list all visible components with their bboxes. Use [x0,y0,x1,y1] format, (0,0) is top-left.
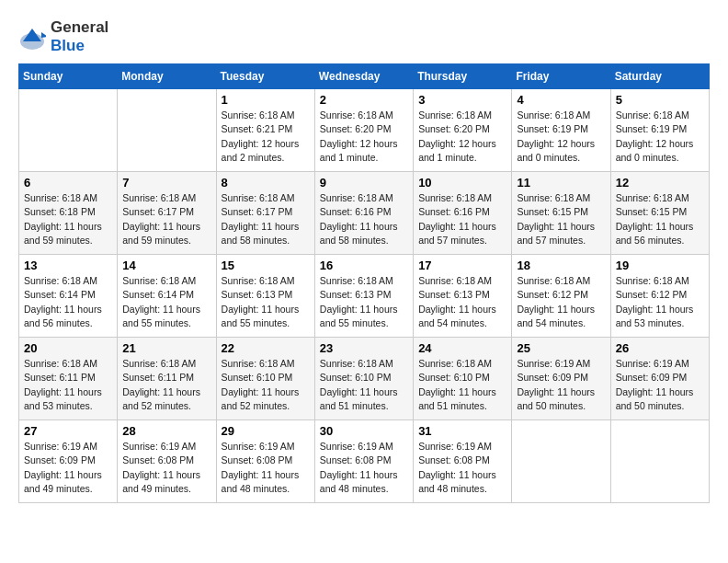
day-number: 5 [616,93,704,107]
day-cell: 31Sunrise: 6:19 AM Sunset: 6:08 PM Dayli… [414,420,512,503]
day-cell: 25Sunrise: 6:19 AM Sunset: 6:09 PM Dayli… [512,338,610,420]
day-info: Sunrise: 6:19 AM Sunset: 6:08 PM Dayligh… [320,440,408,496]
day-cell: 30Sunrise: 6:19 AM Sunset: 6:08 PM Dayli… [314,420,413,503]
logo-line1: General [51,18,108,37]
day-number: 22 [222,341,310,355]
day-header-thursday: Thursday [414,64,512,89]
day-cell: 7Sunrise: 6:18 AM Sunset: 6:17 PM Daylig… [118,172,216,255]
day-number: 27 [24,424,112,438]
day-info: Sunrise: 6:19 AM Sunset: 6:08 PM Dayligh… [122,440,210,496]
day-number: 24 [418,341,506,355]
day-info: Sunrise: 6:18 AM Sunset: 6:16 PM Dayligh… [418,191,506,247]
day-cell: 19Sunrise: 6:18 AM Sunset: 6:12 PM Dayli… [610,255,709,338]
day-info: Sunrise: 6:18 AM Sunset: 6:15 PM Dayligh… [517,191,605,247]
day-number: 14 [122,259,210,272]
day-info: Sunrise: 6:19 AM Sunset: 6:09 PM Dayligh… [24,440,112,496]
day-number: 30 [320,424,408,438]
day-cell [610,420,709,503]
day-header-saturday: Saturday [610,64,709,89]
day-number: 26 [616,341,704,355]
week-row-1: 1Sunrise: 6:18 AM Sunset: 6:21 PM Daylig… [19,89,710,172]
day-cell: 2Sunrise: 6:18 AM Sunset: 6:20 PM Daylig… [314,89,413,172]
day-cell: 28Sunrise: 6:19 AM Sunset: 6:08 PM Dayli… [118,420,216,503]
day-number: 1 [222,93,310,107]
week-row-2: 6Sunrise: 6:18 AM Sunset: 6:18 PM Daylig… [19,172,710,255]
day-cell: 5Sunrise: 6:18 AM Sunset: 6:19 PM Daylig… [610,89,709,172]
week-row-5: 27Sunrise: 6:19 AM Sunset: 6:09 PM Dayli… [19,420,710,503]
day-info: Sunrise: 6:18 AM Sunset: 6:20 PM Dayligh… [320,109,408,165]
day-cell [19,89,118,172]
day-number: 28 [122,424,210,438]
day-info: Sunrise: 6:18 AM Sunset: 6:14 PM Dayligh… [122,274,210,330]
day-cell: 22Sunrise: 6:18 AM Sunset: 6:10 PM Dayli… [216,338,314,420]
day-number: 8 [222,176,310,190]
day-number: 10 [418,176,506,190]
day-cell [118,89,216,172]
day-number: 18 [517,259,605,272]
day-number: 15 [222,259,310,272]
week-row-3: 13Sunrise: 6:18 AM Sunset: 6:14 PM Dayli… [19,255,710,338]
day-number: 13 [24,259,112,272]
day-cell: 20Sunrise: 6:18 AM Sunset: 6:11 PM Dayli… [19,338,118,420]
logo-bird-icon [18,23,46,51]
day-info: Sunrise: 6:18 AM Sunset: 6:11 PM Dayligh… [122,357,210,413]
day-cell: 18Sunrise: 6:18 AM Sunset: 6:12 PM Dayli… [512,255,610,338]
day-number: 7 [122,176,210,190]
day-number: 6 [24,176,112,190]
page-header: General Blue [18,18,710,54]
day-number: 2 [320,93,408,107]
day-info: Sunrise: 6:18 AM Sunset: 6:19 PM Dayligh… [616,109,704,165]
day-info: Sunrise: 6:19 AM Sunset: 6:08 PM Dayligh… [418,440,506,496]
day-cell: 1Sunrise: 6:18 AM Sunset: 6:21 PM Daylig… [216,89,314,172]
day-cell: 17Sunrise: 6:18 AM Sunset: 6:13 PM Dayli… [414,255,512,338]
day-cell: 26Sunrise: 6:19 AM Sunset: 6:09 PM Dayli… [610,338,709,420]
day-cell: 16Sunrise: 6:18 AM Sunset: 6:13 PM Dayli… [314,255,413,338]
day-number: 31 [418,424,506,438]
day-number: 12 [616,176,704,190]
day-cell: 15Sunrise: 6:18 AM Sunset: 6:13 PM Dayli… [216,255,314,338]
day-info: Sunrise: 6:18 AM Sunset: 6:10 PM Dayligh… [222,357,310,413]
day-info: Sunrise: 6:18 AM Sunset: 6:16 PM Dayligh… [320,191,408,247]
day-number: 25 [517,341,605,355]
day-header-tuesday: Tuesday [216,64,314,89]
day-number: 17 [418,259,506,272]
week-row-4: 20Sunrise: 6:18 AM Sunset: 6:11 PM Dayli… [19,338,710,420]
day-cell: 6Sunrise: 6:18 AM Sunset: 6:18 PM Daylig… [19,172,118,255]
day-info: Sunrise: 6:18 AM Sunset: 6:14 PM Dayligh… [24,274,112,330]
day-info: Sunrise: 6:18 AM Sunset: 6:19 PM Dayligh… [517,109,605,165]
day-number: 11 [517,176,605,190]
day-cell: 23Sunrise: 6:18 AM Sunset: 6:10 PM Dayli… [314,338,413,420]
day-cell: 3Sunrise: 6:18 AM Sunset: 6:20 PM Daylig… [414,89,512,172]
calendar-table: SundayMondayTuesdayWednesdayThursdayFrid… [18,63,710,503]
day-info: Sunrise: 6:18 AM Sunset: 6:13 PM Dayligh… [320,274,408,330]
day-info: Sunrise: 6:19 AM Sunset: 6:09 PM Dayligh… [517,357,605,413]
day-number: 23 [320,341,408,355]
day-info: Sunrise: 6:18 AM Sunset: 6:11 PM Dayligh… [24,357,112,413]
day-number: 3 [418,93,506,107]
day-cell: 29Sunrise: 6:19 AM Sunset: 6:08 PM Dayli… [216,420,314,503]
day-info: Sunrise: 6:18 AM Sunset: 6:21 PM Dayligh… [222,109,310,165]
day-info: Sunrise: 6:18 AM Sunset: 6:18 PM Dayligh… [24,191,112,247]
day-info: Sunrise: 6:18 AM Sunset: 6:10 PM Dayligh… [418,357,506,413]
day-info: Sunrise: 6:18 AM Sunset: 6:13 PM Dayligh… [222,274,310,330]
day-number: 21 [122,341,210,355]
day-cell: 10Sunrise: 6:18 AM Sunset: 6:16 PM Dayli… [414,172,512,255]
day-info: Sunrise: 6:18 AM Sunset: 6:12 PM Dayligh… [517,274,605,330]
day-cell: 21Sunrise: 6:18 AM Sunset: 6:11 PM Dayli… [118,338,216,420]
svg-marker-2 [41,32,46,38]
day-info: Sunrise: 6:18 AM Sunset: 6:17 PM Dayligh… [222,191,310,247]
day-cell: 13Sunrise: 6:18 AM Sunset: 6:14 PM Dayli… [19,255,118,338]
logo-container: General Blue [18,18,108,54]
day-cell: 8Sunrise: 6:18 AM Sunset: 6:17 PM Daylig… [216,172,314,255]
day-info: Sunrise: 6:18 AM Sunset: 6:20 PM Dayligh… [418,109,506,165]
day-info: Sunrise: 6:18 AM Sunset: 6:10 PM Dayligh… [320,357,408,413]
day-number: 19 [616,259,704,272]
day-number: 16 [320,259,408,272]
day-cell: 4Sunrise: 6:18 AM Sunset: 6:19 PM Daylig… [512,89,610,172]
day-cell: 12Sunrise: 6:18 AM Sunset: 6:15 PM Dayli… [610,172,709,255]
day-info: Sunrise: 6:19 AM Sunset: 6:08 PM Dayligh… [222,440,310,496]
logo-line2: Blue [51,37,108,55]
day-number: 29 [222,424,310,438]
day-number: 9 [320,176,408,190]
day-cell: 11Sunrise: 6:18 AM Sunset: 6:15 PM Dayli… [512,172,610,255]
